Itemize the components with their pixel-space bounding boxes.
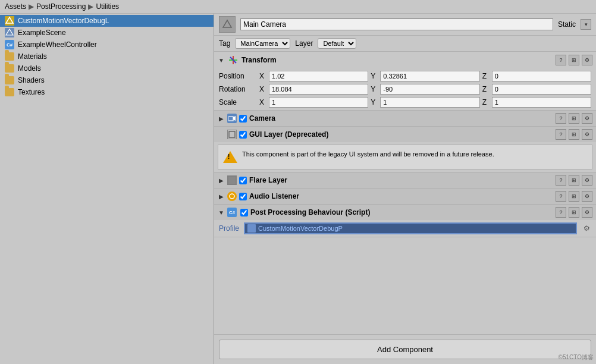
position-y-label: Y bbox=[371, 72, 378, 80]
object-name-input[interactable] bbox=[240, 18, 553, 30]
asset-label-materials: Materials bbox=[18, 52, 47, 61]
camera-help-btn[interactable]: ? bbox=[556, 113, 566, 124]
breadcrumb-assets[interactable]: Assets bbox=[5, 2, 26, 11]
gui-layer-warning: This component is part of the legacy UI … bbox=[218, 145, 592, 170]
camera-collapse[interactable]: ▶ bbox=[218, 115, 225, 122]
flare-collapse[interactable]: ▶ bbox=[218, 177, 225, 184]
audio-help-btn[interactable]: ? bbox=[556, 191, 566, 202]
flare-layer-actions: ? ⊞ ⚙ bbox=[556, 175, 592, 186]
asset-item-example-wheel[interactable]: C# ExampleWheelController bbox=[0, 39, 214, 51]
position-y-input[interactable] bbox=[380, 71, 479, 81]
transform-section: ▼ Transform bbox=[214, 52, 596, 111]
transform-body: Position X Y Z Rotation X bbox=[214, 68, 596, 110]
svg-rect-12 bbox=[228, 177, 236, 184]
flare-layer-section: ▶ Flare Layer ? ⊞ ⚙ bbox=[214, 172, 596, 189]
gui-layer-settings-btn[interactable]: ⚙ bbox=[582, 129, 592, 140]
asset-label-example-wheel: ExampleWheelController bbox=[18, 40, 97, 49]
camera-icon bbox=[227, 114, 237, 123]
add-component-button[interactable]: Add Component bbox=[219, 340, 591, 359]
transform-actions: ? ⊞ ⚙ bbox=[556, 55, 592, 65]
audio-settings-btn[interactable]: ⚙ bbox=[582, 191, 592, 202]
audio-layout-btn[interactable]: ⊞ bbox=[569, 191, 579, 202]
post-settings-btn[interactable]: ⚙ bbox=[582, 207, 592, 218]
audio-listener-checkbox[interactable] bbox=[239, 193, 247, 200]
post-help-btn[interactable]: ? bbox=[556, 207, 566, 218]
asset-item-materials[interactable]: Materials bbox=[0, 51, 214, 62]
layer-select[interactable]: Default bbox=[318, 38, 356, 49]
transform-settings-btn[interactable]: ⚙ bbox=[582, 55, 592, 65]
asset-item-models[interactable]: Models bbox=[0, 62, 214, 74]
static-dropdown-arrow[interactable]: ▾ bbox=[581, 19, 591, 30]
camera-checkbox[interactable] bbox=[239, 115, 247, 123]
profile-label[interactable]: Profile bbox=[219, 224, 239, 233]
asset-label-shaders: Shaders bbox=[18, 76, 45, 84]
camera-settings-btn[interactable]: ⚙ bbox=[582, 113, 592, 124]
transform-collapse[interactable]: ▼ bbox=[218, 57, 225, 64]
rotation-row: Rotation X Y Z bbox=[214, 83, 596, 96]
warning-icon bbox=[223, 150, 237, 164]
post-collapse[interactable]: ▼ bbox=[218, 209, 225, 216]
transform-help-btn[interactable]: ? bbox=[556, 55, 566, 65]
asset-label-models: Models bbox=[18, 64, 41, 73]
gui-layer-header: GUI Layer (Deprecated) ? ⊞ ⚙ bbox=[214, 127, 596, 142]
svg-point-13 bbox=[230, 194, 234, 199]
flare-help-btn[interactable]: ? bbox=[556, 175, 566, 186]
rotation-x-input[interactable] bbox=[269, 84, 368, 95]
scale-x-input[interactable] bbox=[269, 97, 368, 108]
flare-layout-btn[interactable]: ⊞ bbox=[569, 175, 579, 186]
camera-actions: ? ⊞ ⚙ bbox=[556, 113, 592, 124]
breadcrumb-postprocessing[interactable]: PostProcessing bbox=[36, 2, 86, 11]
profile-value-box[interactable]: CustomMotionVectorDebugP bbox=[244, 222, 577, 234]
post-processing-header: ▼ C# Post Processing Behaviour (Script) … bbox=[214, 205, 596, 220]
profile-value-text: CustomMotionVectorDebugP bbox=[258, 225, 343, 232]
post-processing-icon: C# bbox=[227, 208, 237, 217]
gui-layer-help-btn[interactable]: ? bbox=[556, 129, 566, 140]
post-layout-btn[interactable]: ⊞ bbox=[569, 207, 579, 218]
inspector-scroll: ▼ Transform bbox=[214, 52, 596, 334]
camera-layout-btn[interactable]: ⊞ bbox=[569, 113, 579, 124]
folder-icon-shaders bbox=[5, 76, 14, 85]
rotation-y-input[interactable] bbox=[380, 84, 479, 95]
position-row: Position X Y Z bbox=[214, 70, 596, 83]
scale-y-input[interactable] bbox=[380, 97, 479, 108]
rotation-y-label: Y bbox=[371, 85, 378, 93]
gui-layer-checkbox[interactable] bbox=[239, 131, 247, 139]
watermark: ©51CTO博客 bbox=[559, 353, 594, 362]
position-z-input[interactable] bbox=[492, 71, 591, 81]
post-processing-section: ▼ C# Post Processing Behaviour (Script) … bbox=[214, 205, 596, 237]
flare-settings-btn[interactable]: ⚙ bbox=[582, 175, 592, 186]
post-processing-checkbox[interactable] bbox=[240, 209, 248, 216]
gui-layer-icon bbox=[227, 130, 237, 139]
transform-layout-btn[interactable]: ⊞ bbox=[569, 55, 579, 65]
warning-text: This component is part of the legacy UI … bbox=[242, 150, 494, 159]
transform-header: ▼ Transform bbox=[214, 52, 596, 68]
asset-item-example-scene[interactable]: ExampleScene bbox=[0, 27, 214, 39]
scale-z-input[interactable] bbox=[492, 97, 591, 108]
scale-z-label: Z bbox=[482, 98, 490, 106]
tag-select[interactable]: MainCamera bbox=[235, 38, 290, 49]
svg-rect-11 bbox=[229, 131, 235, 137]
asset-item-textures[interactable]: Textures bbox=[0, 86, 214, 98]
breadcrumb-sep-1: ▶ bbox=[29, 2, 34, 11]
asset-list: CustomMotionVectorDebugL ExampleScene bbox=[0, 14, 214, 364]
position-x-label: X bbox=[259, 72, 266, 80]
breadcrumb: Assets ▶ PostProcessing ▶ Utilities bbox=[0, 0, 596, 14]
folder-icon-textures bbox=[5, 87, 14, 97]
unity-icon bbox=[5, 16, 14, 26]
static-label: Static bbox=[558, 20, 576, 29]
svg-rect-9 bbox=[228, 117, 233, 121]
asset-item-shaders[interactable]: Shaders bbox=[0, 74, 214, 86]
position-z-label: Z bbox=[482, 72, 490, 80]
asset-label-example-scene: ExampleScene bbox=[18, 29, 66, 37]
position-x-input[interactable] bbox=[269, 71, 368, 81]
asset-item-custom-motion[interactable]: CustomMotionVectorDebugL bbox=[0, 15, 214, 27]
gui-layer-layout-btn[interactable]: ⊞ bbox=[569, 129, 579, 140]
add-component-area: Add Component bbox=[214, 334, 596, 364]
profile-gear-btn[interactable]: ⚙ bbox=[582, 224, 591, 233]
flare-layer-checkbox[interactable] bbox=[239, 177, 247, 184]
scale-label: Scale bbox=[219, 98, 257, 106]
transform-icon bbox=[227, 54, 239, 66]
audio-collapse[interactable]: ▶ bbox=[218, 193, 225, 200]
breadcrumb-utilities[interactable]: Utilities bbox=[96, 2, 119, 11]
rotation-z-input[interactable] bbox=[492, 84, 591, 95]
